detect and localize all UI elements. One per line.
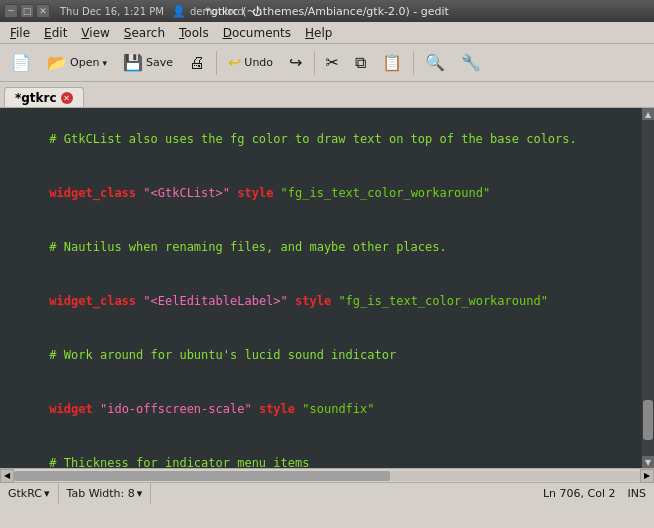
line-1: # GtkCList also uses the fg color to dra… bbox=[6, 112, 636, 166]
scroll-track bbox=[643, 120, 653, 456]
comment: # GtkCList also uses the fg color to dra… bbox=[49, 132, 576, 146]
titlebar-user-icon: 👤 bbox=[172, 5, 186, 18]
find-button[interactable]: 🔍 bbox=[418, 48, 452, 78]
menubar: File Edit View Search Tools Documents He… bbox=[0, 22, 654, 44]
line-6: widget "ido-offscreen-scale" style "soun… bbox=[6, 382, 636, 436]
titlebar-title: *gtkrc (~/.themes/Ambiance/gtk-2.0) - ge… bbox=[205, 5, 449, 18]
tab-width-label: Tab Width: 8 bbox=[67, 487, 135, 500]
new-icon: 📄 bbox=[11, 53, 31, 72]
line-4: widget_class "<EelEditableLabel>" style … bbox=[6, 274, 636, 328]
status-right: Ln 706, Col 2 INS bbox=[535, 487, 654, 500]
scroll-h-thumb[interactable] bbox=[14, 471, 390, 481]
editor-content[interactable]: # GtkCList also uses the fg color to dra… bbox=[0, 108, 642, 468]
editor-container: # GtkCList also uses the fg color to dra… bbox=[0, 108, 654, 468]
tab-width-arrow-icon: ▾ bbox=[137, 487, 143, 500]
scroll-h-track bbox=[14, 471, 640, 481]
tab-width-section: Tab Width: 8 ▾ bbox=[59, 483, 152, 504]
cursor-position: Ln 706, Col 2 bbox=[543, 487, 616, 500]
close-button[interactable]: ✕ bbox=[36, 4, 50, 18]
save-icon: 💾 bbox=[123, 53, 143, 72]
scroll-up-button[interactable]: ▲ bbox=[642, 108, 654, 120]
open-arrow-icon: ▾ bbox=[102, 58, 107, 68]
menu-edit[interactable]: Edit bbox=[38, 24, 73, 42]
save-button[interactable]: 💾 Save bbox=[116, 48, 180, 78]
open-label: Open bbox=[70, 56, 99, 69]
edit-mode: INS bbox=[628, 487, 646, 500]
line-5: # Work around for ubuntu's lucid sound i… bbox=[6, 328, 636, 382]
tab-gtkrc[interactable]: *gtkrc ✕ bbox=[4, 87, 84, 107]
tab-label: *gtkrc bbox=[15, 91, 57, 105]
toolbar: 📄 📂 Open ▾ 💾 Save 🖨 ↩ Undo ↪ ✂ ⧉ 📋 🔍 🔧 bbox=[0, 44, 654, 82]
syntax-section: GtkRC ▾ bbox=[0, 483, 59, 504]
maximize-button[interactable]: □ bbox=[20, 4, 34, 18]
menu-search[interactable]: Search bbox=[118, 24, 171, 42]
undo-icon: ↩ bbox=[228, 53, 241, 72]
menu-tools[interactable]: Tools bbox=[173, 24, 215, 42]
save-label: Save bbox=[146, 56, 173, 69]
cut-icon: ✂ bbox=[326, 53, 339, 72]
redo-icon: ↪ bbox=[289, 53, 302, 72]
toolbar-separator-2 bbox=[314, 51, 315, 75]
replace-icon: 🔧 bbox=[461, 53, 481, 72]
paste-button[interactable]: 📋 bbox=[375, 48, 409, 78]
horizontal-scrollbar[interactable]: ◀ ▶ bbox=[0, 468, 654, 482]
keyword: widget_class bbox=[49, 186, 136, 200]
syntax-dropdown[interactable]: GtkRC ▾ bbox=[8, 487, 50, 500]
menu-file[interactable]: File bbox=[4, 24, 36, 42]
open-button[interactable]: 📂 Open ▾ bbox=[40, 48, 114, 78]
redo-button[interactable]: ↪ bbox=[282, 48, 309, 78]
minimize-button[interactable]: ─ bbox=[4, 4, 18, 18]
tab-close-button[interactable]: ✕ bbox=[61, 92, 73, 104]
paste-icon: 📋 bbox=[382, 53, 402, 72]
undo-label: Undo bbox=[244, 56, 273, 69]
print-icon: 🖨 bbox=[189, 53, 205, 72]
toolbar-separator-3 bbox=[413, 51, 414, 75]
titlebar-time: Thu Dec 16, 1:21 PM bbox=[60, 6, 164, 17]
tabbar: *gtkrc ✕ bbox=[0, 82, 654, 108]
undo-button[interactable]: ↩ Undo bbox=[221, 48, 280, 78]
replace-button[interactable]: 🔧 bbox=[454, 48, 488, 78]
menu-help[interactable]: Help bbox=[299, 24, 338, 42]
syntax-label: GtkRC bbox=[8, 487, 42, 500]
copy-button[interactable]: ⧉ bbox=[348, 48, 373, 78]
print-button[interactable]: 🖨 bbox=[182, 48, 212, 78]
new-button[interactable]: 📄 bbox=[4, 48, 38, 78]
open-icon: 📂 bbox=[47, 53, 67, 72]
line-7: # Thickness for indicator menu items bbox=[6, 436, 636, 468]
statusbar: GtkRC ▾ Tab Width: 8 ▾ Ln 706, Col 2 INS bbox=[0, 482, 654, 504]
scroll-right-button[interactable]: ▶ bbox=[640, 469, 654, 483]
toolbar-separator-1 bbox=[216, 51, 217, 75]
tab-width-dropdown[interactable]: Tab Width: 8 ▾ bbox=[67, 487, 143, 500]
menu-view[interactable]: View bbox=[75, 24, 115, 42]
copy-icon: ⧉ bbox=[355, 53, 366, 72]
menu-documents[interactable]: Documents bbox=[217, 24, 297, 42]
window-controls: ─ □ ✕ bbox=[4, 4, 50, 18]
cut-button[interactable]: ✂ bbox=[319, 48, 346, 78]
syntax-arrow-icon: ▾ bbox=[44, 487, 50, 500]
titlebar: ─ □ ✕ Thu Dec 16, 1:21 PM 👤 demonlord ⏻ … bbox=[0, 0, 654, 22]
scroll-down-button[interactable]: ▼ bbox=[642, 456, 654, 468]
vertical-scrollbar[interactable]: ▲ ▼ bbox=[642, 108, 654, 468]
scroll-left-button[interactable]: ◀ bbox=[0, 469, 14, 483]
scroll-thumb[interactable] bbox=[643, 400, 653, 440]
line-3: # Nautilus when renaming files, and mayb… bbox=[6, 220, 636, 274]
line-2: widget_class "<GtkCList>" style "fg_is_t… bbox=[6, 166, 636, 220]
find-icon: 🔍 bbox=[425, 53, 445, 72]
